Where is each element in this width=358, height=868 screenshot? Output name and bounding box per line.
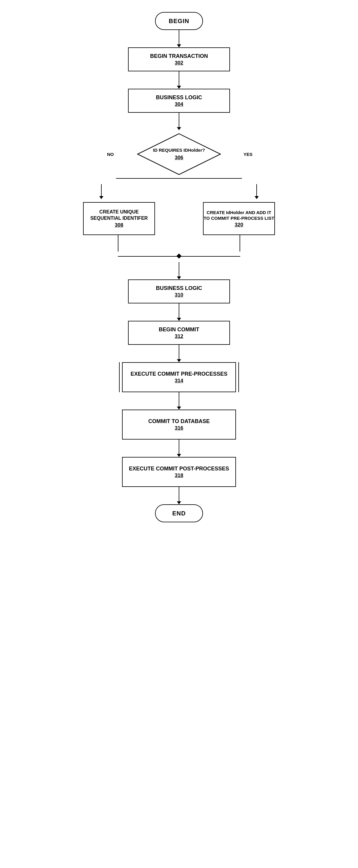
arrow-5 (179, 345, 179, 360)
execute-commit-pre-node: EXECUTE COMMIT PRE-PROCESSES 314 (122, 362, 236, 392)
execute-commit-post-label: EXECUTE COMMIT POST-PROCESSES (129, 466, 229, 472)
execute-commit-pre-ref: 314 (175, 378, 183, 384)
begin-commit-label: BEGIN COMMIT (159, 327, 199, 333)
diamond-ref: 306 (175, 155, 183, 160)
begin-commit-ref: 312 (175, 333, 183, 339)
business-logic-2-node: BUSINESS LOGIC 310 (128, 279, 230, 303)
begin-transaction-label: BEGIN TRANSACTION (150, 53, 208, 59)
diamond-label: ID REQUIRES IDHolder? (153, 147, 205, 153)
right-branch-ref: 320 (235, 222, 243, 228)
diamond-yes-label: YES (243, 152, 252, 157)
execute-commit-post-node: EXECUTE COMMIT POST-PROCESSES 318 (122, 457, 236, 487)
right-branch-node: CREATE IdHolder AND ADD IT TO COMMIT PRE… (203, 202, 275, 235)
commit-to-db-label: COMMIT TO DATABASE (148, 418, 210, 425)
commit-to-db-ref: 316 (175, 425, 183, 431)
left-branch-ref: 308 (115, 222, 123, 228)
business-logic-1-node: BUSINESS LOGIC 304 (128, 89, 230, 113)
begin-node: BEGIN (155, 12, 203, 30)
arrow-1 (179, 30, 179, 45)
end-node: END (155, 504, 203, 522)
arrow-2 (179, 71, 179, 86)
arrow-4 (179, 303, 179, 318)
end-label: END (172, 510, 186, 517)
business-logic-2-label: BUSINESS LOGIC (156, 285, 202, 291)
begin-transaction-node: BEGIN TRANSACTION 302 (128, 48, 230, 71)
business-logic-1-ref: 304 (175, 101, 183, 107)
begin-transaction-ref: 302 (175, 60, 183, 66)
diamond-no-label: NO (107, 152, 114, 157)
begin-commit-node: BEGIN COMMIT 312 (128, 321, 230, 345)
begin-label: BEGIN (169, 18, 189, 25)
arrow-3 (179, 113, 179, 128)
right-branch-label: CREATE IdHolder AND ADD IT TO COMMIT PRE… (204, 210, 274, 221)
business-logic-1-label: BUSINESS LOGIC (156, 94, 202, 101)
arrow-6 (179, 392, 179, 407)
arrow-7 (179, 439, 179, 455)
left-branch-node: CREATE UNIQUE SEQUENTIAL IDENTIFER 308 (83, 202, 155, 235)
commit-to-db-node: COMMIT TO DATABASE 316 (122, 409, 236, 439)
diamond-node: ID REQUIRES IDHolder? 306 (137, 133, 221, 175)
arrow-8 (179, 487, 179, 502)
left-branch-label: CREATE UNIQUE SEQUENTIAL IDENTIFER (84, 209, 154, 222)
business-logic-2-ref: 310 (175, 292, 183, 298)
execute-commit-post-ref: 318 (175, 472, 183, 478)
flowchart: BEGIN BEGIN TRANSACTION 302 BUSINESS LOG… (44, 12, 314, 522)
execute-commit-pre-label: EXECUTE COMMIT PRE-PROCESSES (130, 371, 227, 377)
